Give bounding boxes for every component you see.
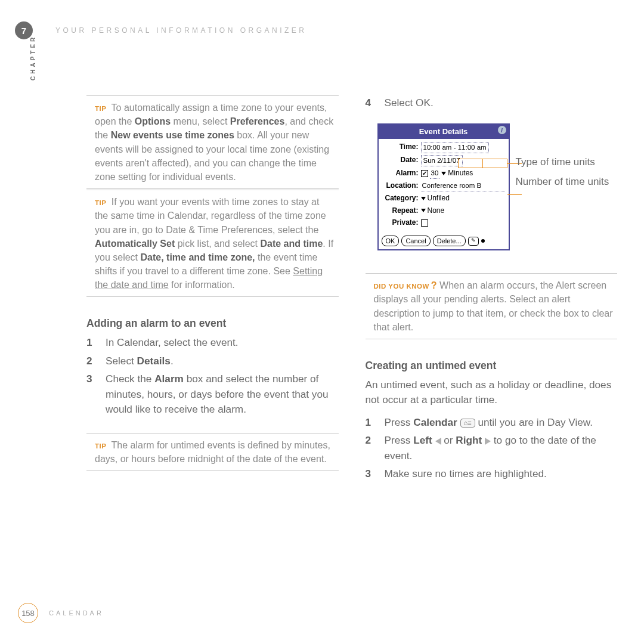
callout-num-units: Number of time units: [516, 175, 609, 188]
tip2-t2: pick list, and select: [175, 239, 260, 249]
callout-type-units: Type of time units: [516, 156, 609, 169]
step-4-number: 4: [366, 95, 385, 110]
note-icon[interactable]: ✎: [468, 237, 479, 246]
tip-label: TIP: [95, 105, 106, 112]
tip1-t2: menu, select: [171, 116, 230, 126]
tip2-b2: Date and time: [260, 239, 323, 249]
step-1: In Calendar, select the event.: [106, 335, 339, 350]
ok-button[interactable]: OK: [382, 236, 400, 246]
step-4-text: Select OK.: [385, 95, 434, 110]
repeat-dropdown-icon[interactable]: [421, 209, 426, 212]
section-heading-alarm: Adding an alarm to an event: [86, 316, 339, 332]
category-label: Category:: [381, 193, 421, 204]
tip-box-2: TIP If you want your events with time zo…: [86, 190, 339, 297]
untimed-step-1: Press Calendar ⌂≡ until you are in Day V…: [385, 415, 618, 430]
date-field[interactable]: Sun 2/11/07: [421, 155, 463, 166]
alarm-units-dropdown-icon[interactable]: [441, 172, 446, 175]
tip3-text: The alarm for untimed events is defined …: [95, 440, 330, 464]
category-value[interactable]: Unfiled: [428, 193, 450, 204]
right-arrow-icon: [485, 438, 491, 445]
left-column: TIP To automatically assign a time zone …: [86, 95, 339, 485]
delete-button[interactable]: Delete...: [433, 236, 466, 246]
info-icon[interactable]: i: [498, 126, 506, 134]
page-number: 158: [18, 603, 38, 623]
alarm-value-field[interactable]: 30: [430, 168, 440, 179]
step-2: Select Details.: [106, 354, 339, 369]
did-you-know-box: DID YOU KNOW? When an alarm occurs, the …: [366, 273, 618, 339]
nav-dot-icon: [481, 239, 485, 243]
alarm-label: Alarm:: [381, 168, 421, 179]
location-field[interactable]: Conference room B: [421, 181, 505, 191]
category-dropdown-icon[interactable]: [421, 197, 426, 200]
untimed-step-3: Make sure no times are highlighted.: [385, 466, 618, 481]
alarm-steps: In Calendar, select the event. Select De…: [86, 335, 339, 417]
date-label: Date:: [381, 155, 421, 166]
tip2-b3: Date, time and time zone,: [140, 252, 255, 262]
tip1-b1: Options: [135, 116, 171, 126]
tip2-b1: Automatically Set: [95, 239, 175, 249]
calendar-button-icon: ⌂≡: [460, 419, 475, 428]
time-field[interactable]: 10:00 am - 11:00 am: [421, 142, 489, 153]
tip1-b2: Preferences: [230, 116, 285, 126]
dyk-label: DID YOU KNOW: [374, 283, 429, 290]
dyk-question-mark: ?: [431, 280, 437, 290]
private-label: Private:: [381, 218, 421, 228]
location-label: Location:: [381, 181, 421, 191]
untimed-intro: An untimed event, such as a holiday or d…: [366, 377, 618, 408]
untimed-steps: Press Calendar ⌂≡ until you are in Day V…: [366, 415, 618, 482]
tip2-t1: If you want your events with time zones …: [95, 197, 326, 234]
alarm-units[interactable]: Minutes: [448, 168, 473, 179]
chapter-label: CHAPTER: [30, 35, 36, 80]
untimed-step-2: Press Left or Right to go to the date of…: [385, 433, 618, 463]
private-checkbox[interactable]: [421, 219, 428, 227]
tip-label: TIP: [95, 199, 106, 206]
step-3: Check the Alarm box and select the numbe…: [106, 371, 339, 417]
dialog-titlebar: Event Details i: [379, 125, 509, 138]
left-arrow-icon: [435, 438, 441, 445]
alarm-checkbox[interactable]: ✔: [421, 170, 428, 177]
event-details-dialog: Event Details i Time: 10:00 am - 11:00 a…: [377, 123, 510, 250]
repeat-value[interactable]: None: [428, 206, 445, 216]
tip-label: TIP: [95, 442, 106, 450]
footer-section: CALENDAR: [49, 609, 104, 617]
event-details-figure: Event Details i Time: 10:00 am - 11:00 a…: [366, 123, 618, 250]
tip-box-1: TIP To automatically assign a time zone …: [86, 95, 339, 189]
section-heading-untimed: Creating an untimed event: [366, 358, 618, 374]
dialog-title: Event Details: [419, 127, 468, 136]
tip2-t5: for information.: [169, 280, 235, 290]
tip-box-3: TIP The alarm for untimed events is defi…: [86, 433, 339, 471]
page-header-title: YOUR PERSONAL INFORMATION ORGANIZER: [55, 26, 307, 35]
highlight-divider: [482, 159, 483, 168]
right-column: 4 Select OK. Event Details i Time: 10:00…: [366, 95, 618, 485]
time-label: Time:: [381, 142, 421, 153]
callout-line-2: [507, 194, 522, 195]
cancel-button[interactable]: Cancel: [401, 236, 430, 246]
repeat-label: Repeat:: [381, 206, 421, 216]
tip1-b3: New events use time zones: [111, 130, 234, 140]
